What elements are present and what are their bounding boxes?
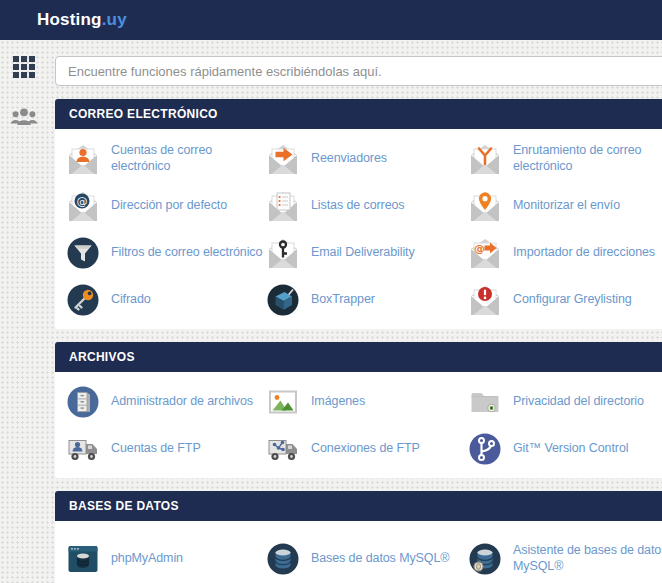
feature-link[interactable]: Cifrado xyxy=(111,292,263,308)
apps-grid-icon[interactable] xyxy=(10,54,38,80)
feature-link[interactable]: Importador de direcciones xyxy=(513,245,662,261)
feature-link[interactable]: Enrutamiento de correo electrónico xyxy=(513,143,662,174)
key-circle-icon xyxy=(65,282,101,318)
envelope-key-icon xyxy=(265,235,301,271)
boxtrapper-circle-icon xyxy=(265,282,301,318)
section-card-0: CORREO ELECTRÓNICO Cuentas de correo ele… xyxy=(55,99,662,329)
file-cabinet-circle-icon xyxy=(65,384,101,420)
feature-item: Reenviadores xyxy=(265,135,467,182)
section-title: ARCHIVOS xyxy=(69,350,135,364)
brand-primary: Hosting xyxy=(37,10,102,29)
feature-item: @ Dirección por defecto xyxy=(65,182,265,229)
feature-link[interactable]: Configurar Greylisting xyxy=(513,292,662,308)
database-circle-icon xyxy=(265,541,301,577)
section-body: Administrador de archivos Imágenes Priva… xyxy=(55,372,662,478)
feature-link[interactable]: Conexiones de FTP xyxy=(311,441,465,457)
feature-item: Listas de correos xyxy=(265,182,467,229)
feature-link[interactable]: Listas de correos xyxy=(311,198,465,214)
feature-link[interactable]: Git™ Version Control xyxy=(513,441,662,457)
folder-privacy-icon xyxy=(467,384,503,420)
top-header-bar: Hosting.uy xyxy=(0,0,662,40)
feature-item: Filtros de correo electrónico xyxy=(65,229,265,276)
feature-item: Git™ Version Control xyxy=(467,425,662,472)
feature-link[interactable]: Cuentas de FTP xyxy=(111,441,263,457)
feature-link[interactable]: phpMyAdmin xyxy=(111,551,263,567)
users-icon-glyph xyxy=(10,106,38,128)
envelope-branch-icon xyxy=(467,141,503,177)
section-header: ARCHIVOS xyxy=(55,342,662,372)
feature-item: phpMyAdmin xyxy=(65,535,265,582)
grid-icon-glyph xyxy=(13,56,35,78)
envelope-alert-icon xyxy=(467,282,503,318)
feature-link[interactable]: Bases de datos MySQL® xyxy=(311,551,465,567)
feature-item: Configurar Greylisting xyxy=(467,276,662,323)
feature-item: Administrador de archivos xyxy=(65,378,265,425)
feature-link[interactable]: BoxTrapper xyxy=(311,292,465,308)
database-wizard-circle-icon xyxy=(467,541,503,577)
feature-link[interactable]: Cuentas de correo electrónico xyxy=(111,143,263,174)
svg-text:@: @ xyxy=(474,241,485,254)
feature-item: Bases de datos MySQL® xyxy=(265,535,467,582)
section-header: CORREO ELECTRÓNICO xyxy=(55,99,662,129)
feature-link[interactable]: Email Deliverability xyxy=(311,245,465,261)
page-layout: CORREO ELECTRÓNICO Cuentas de correo ele… xyxy=(0,40,662,583)
funnel-circle-icon xyxy=(65,235,101,271)
envelope-user-icon xyxy=(65,141,101,177)
feature-link[interactable]: Asistente de bases de datos MySQL® xyxy=(513,543,662,574)
truck-network-icon xyxy=(265,431,301,467)
section-body: Cuentas de correo electrónico Reenviador… xyxy=(55,129,662,329)
feature-link[interactable]: Reenviadores xyxy=(311,151,465,167)
feature-link[interactable]: Privacidad del directorio xyxy=(513,394,662,410)
section-title: CORREO ELECTRÓNICO xyxy=(69,107,218,121)
feature-item: Privacidad del directorio xyxy=(467,378,662,425)
cpanel-home-screen: Hosting.uy CORREO xyxy=(0,0,662,583)
feature-item: Conexiones de FTP xyxy=(265,425,467,472)
left-sidebar xyxy=(0,40,48,583)
envelope-at-icon: @ xyxy=(65,188,101,224)
search-input[interactable] xyxy=(55,56,662,86)
envelope-at-arrow-icon: @ xyxy=(467,235,503,271)
feature-item: Enrutamiento de correo electrónico xyxy=(467,135,662,182)
feature-link[interactable]: Administrador de archivos xyxy=(111,394,263,410)
section-header: BASES DE DATOS xyxy=(55,491,662,521)
feature-item: Imágenes xyxy=(265,378,467,425)
envelope-arrow-icon xyxy=(265,141,301,177)
section-body: phpMyAdmin Bases de datos MySQL® Asisten… xyxy=(55,521,662,583)
brand-suffix: .uy xyxy=(102,10,127,29)
truck-user-icon xyxy=(65,431,101,467)
feature-item: @ Importador de direcciones xyxy=(467,229,662,276)
feature-item: Email Deliverability xyxy=(265,229,467,276)
feature-item: Cuentas de FTP xyxy=(65,425,265,472)
phpmyadmin-icon xyxy=(65,541,101,577)
brand-logo[interactable]: Hosting.uy xyxy=(37,10,127,30)
feature-item: Cifrado xyxy=(65,276,265,323)
feature-link[interactable]: Monitorizar el envío xyxy=(513,198,662,214)
envelope-pin-icon xyxy=(467,188,503,224)
svg-text:@: @ xyxy=(77,195,88,208)
main-content: CORREO ELECTRÓNICO Cuentas de correo ele… xyxy=(48,40,662,583)
feature-link[interactable]: Dirección por defecto xyxy=(111,198,263,214)
feature-link[interactable]: Imágenes xyxy=(311,394,465,410)
feature-link[interactable]: Filtros de correo electrónico xyxy=(111,245,263,261)
section-title: BASES DE DATOS xyxy=(69,499,179,513)
section-card-2: BASES DE DATOS phpMyAdmin Bases de datos… xyxy=(55,491,662,583)
feature-item: Asistente de bases de datos MySQL® xyxy=(467,535,662,582)
section-card-1: ARCHIVOS Administrador de archivos Imáge… xyxy=(55,342,662,478)
sections: CORREO ELECTRÓNICO Cuentas de correo ele… xyxy=(55,99,662,583)
envelope-list-icon xyxy=(265,188,301,224)
git-branch-circle-icon xyxy=(467,431,503,467)
image-icon xyxy=(265,384,301,420)
users-icon[interactable] xyxy=(10,104,38,130)
feature-item: BoxTrapper xyxy=(265,276,467,323)
feature-item: Cuentas de correo electrónico xyxy=(65,135,265,182)
feature-item: Monitorizar el envío xyxy=(467,182,662,229)
